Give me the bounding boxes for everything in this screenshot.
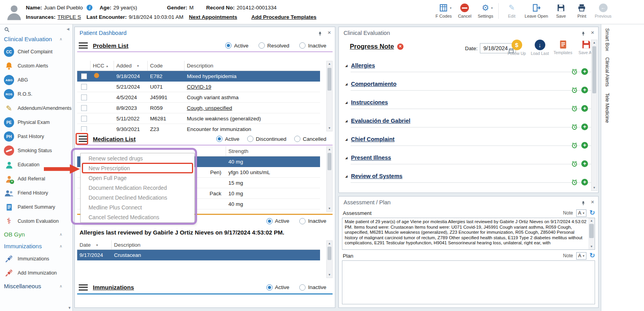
expander-icon[interactable] (345, 119, 347, 123)
immunizations-menu-icon[interactable] (79, 284, 88, 291)
description-column-header[interactable]: Description (112, 240, 320, 249)
add-entry-icon[interactable] (581, 142, 588, 149)
timer-icon[interactable] (571, 179, 578, 186)
refresh-icon[interactable] (590, 209, 595, 216)
chevron-up-icon[interactable] (60, 232, 62, 236)
section-label[interactable]: Review of Systems (351, 173, 402, 179)
sidebar-item-custom-alerts[interactable]: Custom Alerts (0, 59, 72, 73)
problem-row[interactable]: 9/30/2021 Z23 Encounter for immunization (77, 124, 320, 131)
section-label[interactable]: Comportamiento (351, 81, 396, 87)
sidebar-item-addendum-amendments[interactable]: Addendum/Amendments (0, 101, 72, 115)
allergies-filter-active[interactable]: Active (266, 218, 289, 224)
timer-icon[interactable] (571, 142, 578, 149)
immunizations-filter-active[interactable]: Active (266, 284, 289, 291)
problem-description[interactable]: COVID-19 (185, 84, 320, 90)
allergies-filter-inactive[interactable]: Inactive (299, 218, 326, 224)
sidebar-item-custom-evaluation[interactable]: Custom Evaluation (0, 214, 72, 228)
tab-tele-medicine[interactable]: Tele Medicine (604, 93, 610, 123)
scrollbar-thumb[interactable] (327, 247, 331, 260)
patient-info-icon[interactable] (87, 5, 92, 11)
sidebar-item-ros[interactable]: ROS R.O.S. (0, 87, 72, 101)
tab-smart-box[interactable]: Smart Box (604, 28, 610, 51)
scrollbar-thumb[interactable] (327, 153, 331, 170)
scroll-down-icon[interactable] (327, 206, 332, 211)
pin-icon[interactable] (581, 30, 586, 36)
sidebar-item-chief-complaint[interactable]: CC Chief Complaint (0, 45, 72, 59)
section-label[interactable]: Allergies (351, 62, 375, 69)
save-button[interactable]: Save (552, 2, 570, 19)
plan-textbox[interactable] (342, 260, 595, 304)
add-entry-icon[interactable] (581, 160, 588, 167)
problem-row[interactable]: 5/11/2022 M6281 Muscle weakness (general… (77, 113, 320, 124)
sidebar-item-patient-summary[interactable]: Patient Summary (0, 200, 72, 214)
immunizations-filter-inactive[interactable]: Inactive (299, 284, 326, 291)
sidebar-item-add-referral[interactable]: Add Referral (0, 172, 72, 186)
cancel-button[interactable]: Cancel (456, 2, 474, 19)
row-checkbox[interactable] (81, 84, 87, 90)
row-checkbox[interactable] (81, 116, 87, 122)
section-label[interactable]: Present Illness (351, 155, 391, 161)
medication-list-menu-icon[interactable] (79, 136, 88, 142)
sidebar-section-immunizations[interactable]: Immunizations (0, 240, 72, 252)
expander-icon[interactable] (345, 64, 347, 67)
close-icon[interactable] (327, 29, 331, 36)
code-column-header[interactable]: Code (148, 61, 185, 71)
menu-item-document-declined-medications[interactable]: Document Declined Medications (81, 193, 194, 203)
sidebar-section-ob-gyn[interactable]: OB Gyn (0, 228, 72, 240)
timer-icon[interactable] (571, 105, 578, 112)
next-appointments-link[interactable]: Next Appointments (189, 14, 237, 20)
scroll-down-icon[interactable] (327, 125, 332, 131)
menu-item-document-medication-recorded[interactable]: Document Medication Recorded (81, 183, 194, 193)
sidebar-item-physical-exam[interactable]: PE Physical Exam (0, 115, 72, 129)
timer-icon[interactable] (571, 124, 578, 130)
scrollbar-thumb[interactable] (327, 68, 331, 91)
scrollbar-thumb[interactable] (589, 224, 594, 238)
expander-icon[interactable] (345, 101, 347, 104)
insurances-link[interactable]: TRIPLE S (58, 14, 81, 20)
menu-item-medline-plus-connect[interactable]: Medline Plus Connect (81, 203, 194, 213)
sidebar-scroll-down-icon[interactable] (68, 306, 71, 310)
follow-up-button[interactable]: Follow Up (507, 40, 526, 56)
chevron-up-icon[interactable] (60, 37, 62, 41)
problem-row[interactable]: 4/5/2024 J45991 Cough variant asthma (77, 92, 320, 103)
medication-filter-active[interactable]: Active (216, 136, 239, 142)
note-type-dropdown[interactable]: A (576, 209, 586, 217)
problem-filter-active[interactable]: Active (225, 42, 248, 49)
date-column-header[interactable]: Date (77, 240, 112, 249)
sidebar-item-immunizations[interactable]: Immunizations (0, 252, 72, 266)
leave-open-button[interactable]: Leave Open (523, 2, 549, 19)
sidebar-item-friend-history[interactable]: Friend History (0, 186, 72, 200)
problem-list-menu-icon[interactable] (79, 42, 88, 49)
menu-item-open-full-page[interactable]: Open Full Page (81, 173, 194, 183)
assessment-textbox[interactable]: Male patient of 29 year(s) of age Viene … (342, 218, 595, 250)
strength-column-header[interactable]: Strength (226, 146, 320, 156)
add-entry-icon[interactable] (581, 105, 588, 112)
chevron-up-icon[interactable] (60, 284, 62, 288)
scroll-up-icon[interactable] (588, 218, 595, 224)
section-label[interactable]: Evaluación de Gabriel (351, 118, 411, 124)
timer-icon[interactable] (571, 87, 578, 93)
note-scrollbar[interactable] (591, 40, 597, 191)
add-entry-icon[interactable] (581, 124, 588, 130)
row-checkbox[interactable] (81, 73, 87, 79)
timer-icon[interactable] (571, 68, 578, 75)
expander-icon[interactable] (345, 156, 347, 160)
remove-note-icon[interactable] (397, 44, 403, 50)
sidebar-item-past-history[interactable]: PH Past History (0, 129, 72, 144)
close-icon[interactable] (591, 198, 594, 205)
refresh-icon[interactable] (590, 252, 595, 259)
timer-icon[interactable] (571, 160, 578, 167)
menu-item-new-prescription[interactable]: New Prescription (81, 163, 194, 173)
problem-filter-inactive[interactable]: Inactive (299, 42, 326, 49)
row-checkbox[interactable] (81, 126, 87, 132)
sidebar-section-clinical-evaluation[interactable]: Clinical Evaluation (0, 33, 72, 45)
allergy-row[interactable]: 9/17/2024 Crustacean (77, 250, 320, 260)
add-procedure-templates-link[interactable]: Add Procedure Templates (251, 14, 316, 20)
chevron-up-icon[interactable] (60, 244, 62, 248)
sidebar-item-education[interactable]: Education (0, 158, 72, 172)
add-entry-icon[interactable] (581, 179, 588, 186)
expander-icon[interactable] (345, 138, 347, 141)
scroll-up-icon[interactable] (327, 61, 332, 67)
sidebar-item-add-immunization[interactable]: Add Immunization (0, 266, 72, 280)
scroll-down-icon[interactable] (588, 244, 595, 249)
